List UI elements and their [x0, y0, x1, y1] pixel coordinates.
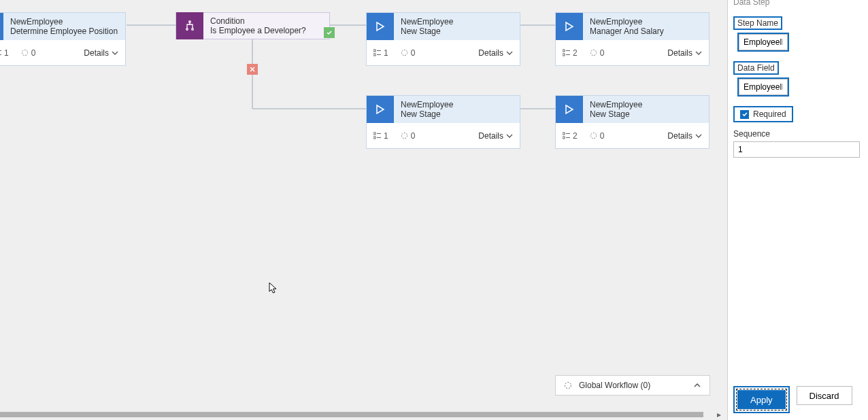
condition-true-badge: [324, 27, 335, 38]
data-field-label: Data Field: [733, 61, 779, 75]
condition-is-developer[interactable]: Condition Is Employee a Developer?: [176, 12, 330, 39]
svg-rect-19: [563, 50, 565, 52]
stage-new-stage-2[interactable]: NewEmployee New Stage 1 0 Details: [366, 95, 520, 149]
svg-point-23: [590, 50, 596, 55]
chevron-down-icon: [112, 50, 118, 56]
steps-icon: [563, 132, 570, 139]
sequence-input[interactable]: [733, 141, 860, 158]
stage-label: Determine Employee Position: [10, 27, 118, 36]
stage-icon: [367, 96, 394, 123]
svg-rect-29: [563, 133, 565, 135]
stage-entity: NewEmployee: [401, 17, 453, 27]
svg-point-13: [192, 29, 194, 31]
chevron-down-icon: [695, 50, 702, 56]
stage-manager-salary[interactable]: NewEmployee Manager And Salary 2 0 Detai…: [555, 12, 710, 66]
svg-rect-24: [373, 133, 375, 135]
chevron-down-icon: [506, 50, 513, 56]
cursor-icon: [269, 282, 278, 294]
stage-entity: NewEmployee: [401, 100, 453, 109]
svg-point-12: [186, 29, 188, 31]
chevron-down-icon: [506, 133, 513, 139]
stage-new-stage-3[interactable]: NewEmployee New Stage 2 0 Details: [555, 95, 710, 149]
svg-point-33: [590, 133, 596, 138]
details-toggle[interactable]: Details: [667, 131, 702, 141]
spinner-icon: [401, 49, 408, 56]
chevron-down-icon: [695, 133, 702, 139]
condition-false-badge: [247, 64, 258, 75]
spinner-icon: [401, 132, 408, 139]
details-toggle[interactable]: Details: [478, 131, 513, 141]
spinner-icon: [590, 49, 597, 56]
global-workflow-bar[interactable]: Global Workflow (0): [555, 375, 710, 396]
svg-rect-25: [373, 137, 375, 139]
stage-icon: [556, 13, 583, 40]
spinner-icon: [564, 381, 572, 389]
svg-rect-14: [373, 50, 375, 52]
spinner-icon: [590, 132, 597, 139]
steps-icon: [373, 132, 381, 139]
stage-label: New Stage: [401, 109, 453, 119]
steps-count: 1: [4, 48, 9, 58]
apply-button[interactable]: Apply: [737, 390, 786, 409]
global-workflow-label: Global Workflow (0): [579, 381, 650, 390]
stage-new-stage-1[interactable]: NewEmployee New Stage 1 0 Details: [366, 12, 520, 66]
svg-point-34: [565, 383, 571, 389]
stage-entity: NewEmployee: [10, 17, 118, 27]
stage-icon: [367, 13, 394, 40]
stage-entity: NewEmployee: [590, 100, 642, 109]
details-toggle[interactable]: Details: [84, 48, 118, 58]
horizontal-scrollbar[interactable]: [0, 412, 703, 417]
details-toggle[interactable]: Details: [667, 48, 702, 58]
svg-rect-30: [563, 137, 565, 139]
stage-determine-position[interactable]: NewEmployee Determine Employee Position …: [0, 12, 126, 66]
stage-label: Manager And Salary: [590, 27, 664, 36]
sequence-label: Sequence: [733, 129, 860, 139]
step-name-label: Step Name: [733, 16, 782, 30]
steps-icon: [563, 49, 570, 56]
svg-rect-15: [373, 54, 375, 56]
stage-icon: [556, 96, 583, 123]
stage-label: New Stage: [401, 27, 453, 36]
required-checkbox[interactable]: [740, 110, 749, 119]
svg-point-18: [401, 50, 407, 55]
condition-type: Condition: [210, 16, 306, 26]
svg-point-28: [401, 133, 407, 138]
scroll-right-arrow[interactable]: ▸: [715, 410, 723, 419]
spinner-count: 0: [31, 48, 36, 58]
data-field-input[interactable]: [739, 79, 788, 95]
workflow-canvas[interactable]: NewEmployee Determine Employee Position …: [0, 0, 727, 420]
condition-icon: [176, 12, 203, 39]
svg-rect-20: [563, 54, 565, 56]
stage-entity: NewEmployee: [590, 17, 664, 27]
spinner-icon: [21, 49, 29, 56]
discard-button[interactable]: Discard: [797, 386, 852, 405]
step-name-input[interactable]: [739, 34, 788, 50]
svg-point-10: [22, 50, 27, 55]
steps-icon: [373, 49, 381, 56]
required-label: Required: [753, 109, 786, 119]
stage-label: New Stage: [590, 109, 642, 119]
condition-label: Is Employee a Developer?: [210, 26, 306, 35]
details-toggle[interactable]: Details: [478, 48, 513, 58]
chevron-up-icon[interactable]: [693, 381, 701, 389]
properties-panel: Data Step Step Name Data Field Required …: [727, 0, 868, 420]
steps-icon: [0, 49, 1, 56]
panel-header: Data Step: [733, 0, 860, 7]
